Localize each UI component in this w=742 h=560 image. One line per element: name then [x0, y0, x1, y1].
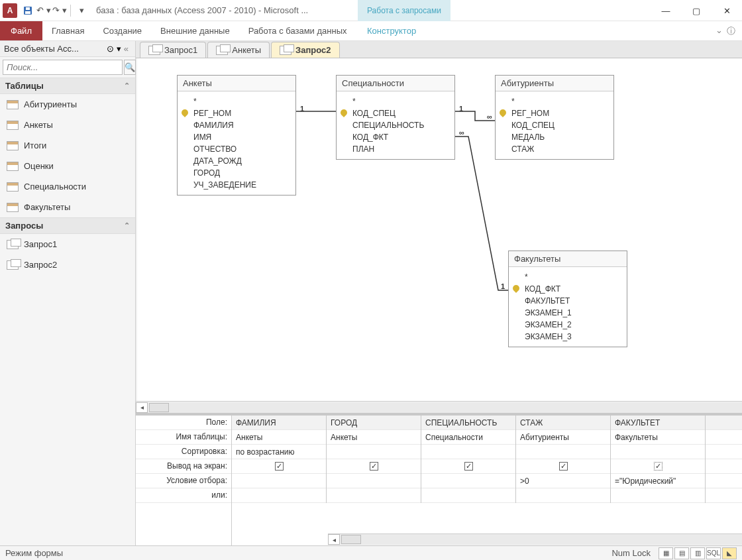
grid-columns[interactable]: ФАМИЛИЯАнкетыпо возрастанию✓ГОРОДАнкеты✓… — [232, 416, 742, 503]
grid-column[interactable]: СТАЖАбитуриенты✓>0 — [516, 416, 611, 503]
checkbox-icon[interactable]: ✓ — [654, 462, 662, 471]
view-sql-icon[interactable]: SQL — [706, 547, 721, 559]
undo-icon[interactable]: ↶ ▾ — [36, 3, 52, 19]
field[interactable]: МЕДАЛЬ — [497, 131, 612, 143]
ribbon-tab[interactable]: Создание — [93, 22, 151, 40]
grid-cell[interactable] — [327, 445, 421, 459]
grid-cell-show[interactable]: ✓ — [232, 459, 326, 474]
nav-group-header[interactable]: Таблицы⌃ — [0, 78, 135, 94]
nav-item[interactable]: Запрос1 — [0, 234, 135, 254]
minimize-button[interactable]: — — [651, 0, 681, 21]
grid-cell[interactable] — [516, 488, 610, 503]
designer-hscroll[interactable]: ◂ ▸ — [136, 401, 742, 413]
grid-cell[interactable] — [611, 445, 705, 459]
key-field[interactable]: РЕГ_НОМ — [497, 107, 612, 119]
tab-constructor[interactable]: Конструктор — [358, 21, 425, 40]
dropdown-icon[interactable]: ⊙ ▾ — [107, 44, 121, 54]
redo-icon[interactable]: ↷ ▾ — [52, 3, 68, 19]
grid-cell-show[interactable]: ✓ — [421, 459, 515, 474]
view-pivot-icon[interactable]: ▤ — [674, 547, 689, 559]
save-icon[interactable] — [20, 3, 36, 19]
table-box[interactable]: Анкеты*РЕГ_НОМФАМИЛИЯИМЯОТЧЕСТВОДАТА_РОЖ… — [177, 75, 296, 196]
grid-cell[interactable] — [706, 474, 742, 488]
document-tab[interactable]: Запрос2 — [271, 42, 339, 58]
ribbon-tab[interactable]: Внешние данные — [151, 22, 239, 40]
grid-cell-show[interactable]: ✓ — [611, 459, 705, 474]
grid-cell[interactable] — [421, 488, 515, 503]
close-button[interactable]: ✕ — [712, 0, 742, 21]
grid-cell[interactable]: >0 — [516, 474, 610, 488]
grid-cell-show[interactable]: ✓ — [516, 459, 610, 474]
search-button[interactable]: 🔍 — [124, 60, 136, 75]
grid-cell[interactable] — [516, 445, 610, 459]
nav-item[interactable]: Итоги — [0, 135, 135, 156]
grid-column[interactable]: ФАКУЛЬТЕТФакультеты✓="Юридический" — [611, 416, 706, 503]
grid-cell[interactable]: СПЕЦИАЛЬНОСТЬ — [421, 416, 515, 430]
checkbox-icon[interactable]: ✓ — [275, 462, 284, 471]
field[interactable]: КОД_ФКТ — [338, 131, 453, 143]
grid-cell[interactable] — [706, 459, 742, 474]
field[interactable]: ДАТА_РОЖД — [179, 155, 294, 167]
grid-cell[interactable] — [706, 445, 742, 459]
grid-cell[interactable] — [611, 488, 705, 503]
grid-cell[interactable]: Анкеты — [232, 430, 326, 445]
view-design-icon[interactable]: ◣ — [722, 547, 737, 559]
grid-cell[interactable] — [327, 488, 421, 503]
grid-cell[interactable]: Специальности — [421, 430, 515, 445]
maximize-button[interactable]: ▢ — [681, 0, 712, 21]
table-box[interactable]: Факультеты*КОД_ФКТФАКУЛЬТЕТЭКЗАМЕН_1ЭКЗА… — [508, 251, 627, 347]
nav-header[interactable]: Все объекты Acc... ⊙ ▾ « — [0, 41, 135, 57]
scroll-thumb[interactable] — [149, 403, 169, 412]
field[interactable]: ОТЧЕСТВО — [179, 143, 294, 155]
table-box[interactable]: Специальности*КОД_СПЕЦСПЕЦИАЛЬНОСТЬКОД_Ф… — [336, 75, 455, 160]
scroll-track[interactable] — [148, 402, 742, 413]
grid-cell[interactable] — [232, 474, 326, 488]
view-datasheet-icon[interactable]: ▦ — [659, 547, 673, 559]
field[interactable]: ЭКЗАМЕН_3 — [510, 331, 625, 343]
grid-cell[interactable]: ="Юридический" — [611, 474, 705, 488]
nav-item[interactable]: Оценки — [0, 156, 135, 176]
ribbon-tab[interactable]: Главная — [42, 22, 93, 40]
table-box[interactable]: Абитуриенты*РЕГ_НОМКОД_СПЕЦМЕДАЛЬСТАЖ — [495, 75, 614, 160]
scroll-thumb[interactable] — [341, 535, 361, 544]
field[interactable]: ПЛАН — [338, 143, 453, 155]
view-chart-icon[interactable]: ▥ — [690, 547, 705, 559]
grid-cell[interactable]: Анкеты — [327, 430, 421, 445]
field[interactable]: ЭКЗАМЕН_2 — [510, 319, 625, 331]
search-input[interactable] — [3, 60, 123, 75]
field[interactable]: ГОРОД — [179, 167, 294, 179]
field[interactable]: ФАМИЛИЯ — [179, 119, 294, 131]
field[interactable]: * — [510, 271, 625, 283]
grid-column[interactable]: ФАМИЛИЯАнкетыпо возрастанию✓ — [232, 416, 327, 503]
checkbox-icon[interactable]: ✓ — [559, 462, 568, 471]
ribbon-tab[interactable]: Работа с базами данных — [239, 22, 356, 40]
file-tab[interactable]: Файл — [0, 21, 42, 40]
grid-cell[interactable]: СТАЖ — [516, 416, 610, 430]
field[interactable]: СПЕЦИАЛЬНОСТЬ — [338, 119, 453, 131]
nav-item[interactable]: Специальности — [0, 176, 135, 197]
field[interactable]: ФАКУЛЬТЕТ — [510, 295, 625, 307]
grid-cell[interactable]: Факультеты — [611, 430, 705, 445]
field[interactable]: * — [338, 95, 453, 107]
scroll-left-icon[interactable]: ◂ — [328, 534, 340, 545]
grid-column[interactable]: СПЕЦИАЛЬНОСТЬСпециальности✓ — [421, 416, 516, 503]
grid-hscroll[interactable]: ◂ ▸ — [328, 533, 742, 545]
field[interactable]: УЧ_ЗАВЕДЕНИЕ — [179, 179, 294, 191]
collapse-nav-icon[interactable]: « — [121, 44, 131, 54]
grid-cell-show[interactable]: ✓ — [327, 459, 421, 474]
grid-cell[interactable] — [421, 474, 515, 488]
query-designer[interactable]: Анкеты*РЕГ_НОМФАМИЛИЯИМЯОТЧЕСТВОДАТА_РОЖ… — [137, 58, 742, 401]
grid-cell[interactable]: Абитуриенты — [516, 430, 610, 445]
field[interactable]: КОД_СПЕЦ — [497, 119, 612, 131]
grid-column[interactable]: ГОРОДАнкеты✓ — [327, 416, 421, 503]
grid-cell[interactable] — [421, 445, 515, 459]
checkbox-icon[interactable]: ✓ — [370, 462, 378, 471]
nav-item[interactable]: Анкеты — [0, 115, 135, 135]
grid-cell[interactable] — [706, 488, 742, 503]
grid-cell[interactable] — [706, 416, 742, 430]
nav-item[interactable]: Факультеты — [0, 197, 135, 217]
help-icon[interactable]: ⓘ — [727, 25, 735, 37]
grid-cell[interactable] — [327, 474, 421, 488]
grid-cell[interactable]: ГОРОД — [327, 416, 421, 430]
document-tab[interactable]: Запрос1 — [140, 42, 206, 58]
